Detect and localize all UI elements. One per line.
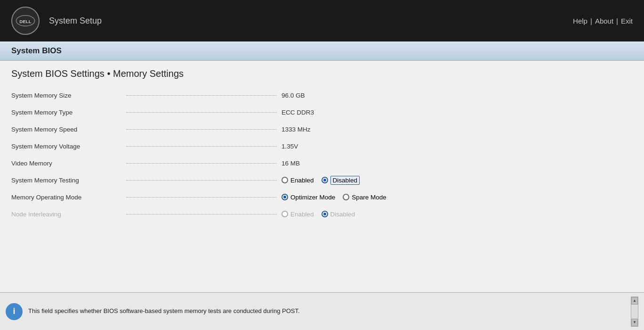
setting-dots xyxy=(126,163,277,164)
radio-label: Disabled xyxy=(330,211,355,218)
scroll-up-button[interactable]: ▲ xyxy=(631,297,638,305)
header-nav: Help | About | Exit xyxy=(573,17,633,25)
radio-label: Enabled xyxy=(290,211,314,218)
radio-option[interactable]: Spare Mode xyxy=(343,194,386,201)
radio-option: Enabled xyxy=(282,211,314,218)
radio-circle xyxy=(343,194,349,200)
radio-circle xyxy=(282,194,288,200)
setting-value: ECC DDR3 xyxy=(282,109,314,116)
radio-option[interactable]: Disabled xyxy=(322,176,360,185)
setting-value: 1.35V xyxy=(282,143,298,150)
setting-row: System Memory TestingEnabledDisabled xyxy=(11,173,633,187)
setting-label: Memory Operating Mode xyxy=(11,194,124,201)
sep2: | xyxy=(616,17,618,25)
radio-label: Spare Mode xyxy=(352,194,386,201)
setting-dots xyxy=(126,197,277,198)
setting-label: System Memory Testing xyxy=(11,177,124,184)
header-title: System Setup xyxy=(49,16,102,26)
radio-option[interactable]: Optimizer Mode xyxy=(282,194,335,201)
info-text: This field specifies whether BIOS softwa… xyxy=(28,307,625,315)
info-bar: i This field specifies whether BIOS soft… xyxy=(0,292,644,330)
main-content: System BIOS Settings • Memory Settings S… xyxy=(0,61,644,330)
setting-dots xyxy=(126,180,277,181)
setting-label: System Memory Voltage xyxy=(11,143,124,150)
setting-dots xyxy=(126,129,277,130)
scrollbar[interactable]: ▲ ▼ xyxy=(631,297,638,327)
sep1: | xyxy=(590,17,592,25)
setting-row: System Memory Speed1333 MHz xyxy=(11,123,633,136)
radio-label: Optimizer Mode xyxy=(290,194,335,201)
setting-row: System Memory Size96.0 GB xyxy=(11,89,633,102)
setting-label: System Memory Type xyxy=(11,109,124,116)
radio-group: EnabledDisabled xyxy=(282,176,360,185)
setting-row: Video Memory16 MB xyxy=(11,157,633,170)
radio-option[interactable]: Enabled xyxy=(282,177,314,184)
setting-dots xyxy=(126,95,277,96)
settings-container: System Memory Size96.0 GBSystem Memory T… xyxy=(11,89,633,221)
radio-option: Disabled xyxy=(322,211,355,218)
dell-logo: DELL xyxy=(11,7,40,35)
header-left: DELL System Setup xyxy=(11,7,102,35)
svg-text:DELL: DELL xyxy=(19,19,32,24)
radio-circle xyxy=(282,211,288,217)
scroll-down-button[interactable]: ▼ xyxy=(631,319,638,326)
setting-value: 96.0 GB xyxy=(282,92,305,99)
setting-dots xyxy=(126,112,277,113)
setting-row: Node InterleavingEnabledDisabled xyxy=(11,207,633,221)
radio-circle xyxy=(322,211,328,217)
setting-value: 16 MB xyxy=(282,160,300,167)
setting-value: 1333 MHz xyxy=(282,126,311,133)
radio-group: EnabledDisabled xyxy=(282,211,355,218)
setting-label: Node Interleaving xyxy=(11,211,124,218)
section-label: System BIOS xyxy=(11,46,62,55)
radio-circle xyxy=(282,177,288,183)
setting-label: Video Memory xyxy=(11,160,124,167)
header: DELL System Setup Help | About | Exit xyxy=(0,0,644,41)
setting-dots xyxy=(126,214,277,214)
setting-label: System Memory Size xyxy=(11,92,124,99)
radio-group: Optimizer ModeSpare Mode xyxy=(282,194,386,201)
page-title: System BIOS Settings • Memory Settings xyxy=(11,68,633,79)
setting-dots xyxy=(126,146,277,147)
setting-label: System Memory Speed xyxy=(11,126,124,133)
radio-label: Enabled xyxy=(290,177,314,184)
radio-circle xyxy=(322,177,328,183)
setting-row: System Memory TypeECC DDR3 xyxy=(11,106,633,119)
radio-label: Disabled xyxy=(330,176,360,185)
section-header: System BIOS xyxy=(0,41,644,61)
help-link[interactable]: Help xyxy=(573,17,588,25)
info-icon: i xyxy=(6,303,23,320)
setting-row: System Memory Voltage1.35V xyxy=(11,140,633,153)
setting-row: Memory Operating ModeOptimizer ModeSpare… xyxy=(11,190,633,204)
about-link[interactable]: About xyxy=(595,17,613,25)
exit-link[interactable]: Exit xyxy=(621,17,633,25)
